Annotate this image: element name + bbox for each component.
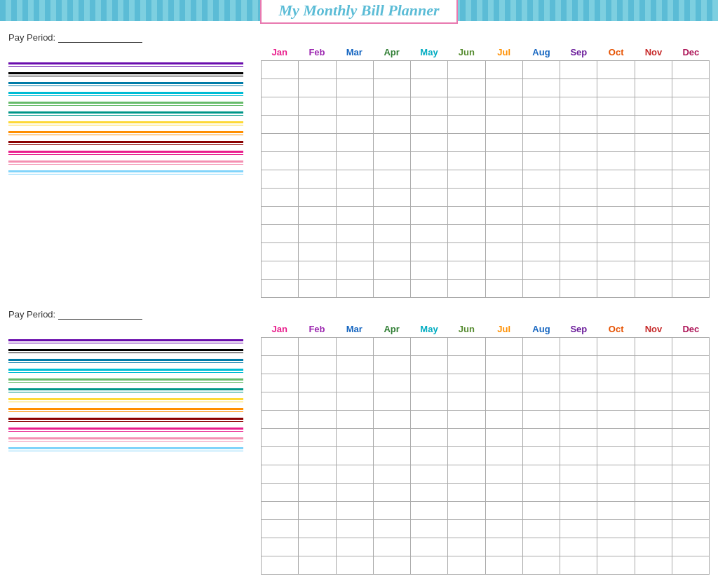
grid-cell[interactable] — [448, 502, 485, 520]
grid-cell[interactable] — [672, 170, 709, 189]
grid-cell[interactable] — [597, 170, 635, 189]
grid-cell[interactable] — [635, 225, 672, 243]
grid-cell[interactable] — [336, 79, 373, 97]
grid-cell[interactable] — [336, 243, 373, 261]
grid-cell[interactable] — [336, 538, 373, 556]
grid-cell[interactable] — [411, 392, 448, 411]
grid-cell[interactable] — [448, 411, 485, 429]
grid-cell[interactable] — [373, 261, 410, 280]
grid-cell[interactable] — [522, 116, 560, 134]
grid-cell[interactable] — [411, 116, 448, 134]
grid-cell[interactable] — [262, 338, 299, 356]
grid-cell[interactable] — [411, 465, 448, 484]
grid-cell[interactable] — [672, 465, 709, 484]
grid-cell[interactable] — [485, 520, 522, 538]
grid-cell[interactable] — [635, 170, 672, 189]
grid-cell[interactable] — [635, 447, 672, 465]
grid-cell[interactable] — [411, 261, 448, 280]
grid-cell[interactable] — [522, 502, 560, 520]
grid-cell[interactable] — [485, 189, 522, 207]
table-row[interactable] — [262, 392, 710, 411]
grid-cell[interactable] — [485, 97, 522, 116]
grid-cell[interactable] — [672, 411, 709, 429]
grid-cell[interactable] — [597, 484, 635, 502]
grid-cell[interactable] — [672, 61, 709, 79]
grid-cell[interactable] — [597, 429, 635, 447]
grid-cell[interactable] — [522, 207, 560, 225]
grid-cell[interactable] — [448, 134, 485, 152]
grid-cell[interactable] — [299, 447, 336, 465]
grid-cell[interactable] — [373, 447, 410, 465]
grid-cell[interactable] — [672, 116, 709, 134]
grid-cell[interactable] — [411, 170, 448, 189]
grid-cell[interactable] — [597, 280, 635, 298]
grid-cell[interactable] — [336, 261, 373, 280]
grid-cell[interactable] — [336, 356, 373, 374]
grid-cell[interactable] — [597, 374, 635, 392]
grid-cell[interactable] — [336, 520, 373, 538]
table-row[interactable] — [262, 429, 710, 447]
grid-cell[interactable] — [672, 520, 709, 538]
grid-cell[interactable] — [411, 152, 448, 170]
grid-cell[interactable] — [522, 465, 560, 484]
grid-cell[interactable] — [262, 97, 299, 116]
grid-cell[interactable] — [485, 134, 522, 152]
grid-cell[interactable] — [336, 429, 373, 447]
grid-cell[interactable] — [373, 356, 410, 374]
grid-cell[interactable] — [448, 484, 485, 502]
grid-cell[interactable] — [336, 134, 373, 152]
grid-cell[interactable] — [597, 338, 635, 356]
grid-cell[interactable] — [485, 484, 522, 502]
grid-cell[interactable] — [672, 97, 709, 116]
grid-cell[interactable] — [597, 152, 635, 170]
grid-cell[interactable] — [597, 502, 635, 520]
grid-cell[interactable] — [448, 116, 485, 134]
grid-cell[interactable] — [299, 225, 336, 243]
grid-cell[interactable] — [635, 61, 672, 79]
grid-cell[interactable] — [448, 189, 485, 207]
grid-cell[interactable] — [560, 61, 597, 79]
grid-cell[interactable] — [373, 465, 410, 484]
table-row[interactable] — [262, 116, 710, 134]
grid-cell[interactable] — [373, 411, 410, 429]
grid-cell[interactable] — [299, 356, 336, 374]
table-row[interactable] — [262, 502, 710, 520]
grid-cell[interactable] — [373, 170, 410, 189]
grid-cell[interactable] — [299, 538, 336, 556]
table-row[interactable] — [262, 356, 710, 374]
grid-cell[interactable] — [597, 79, 635, 97]
grid-cell[interactable] — [597, 465, 635, 484]
table-row[interactable] — [262, 79, 710, 97]
grid-cell[interactable] — [485, 225, 522, 243]
grid-cell[interactable] — [373, 225, 410, 243]
grid-cell[interactable] — [336, 207, 373, 225]
grid-cell[interactable] — [299, 465, 336, 484]
table-row[interactable] — [262, 280, 710, 298]
grid-cell[interactable] — [522, 61, 560, 79]
grid-cell[interactable] — [485, 447, 522, 465]
grid-cell[interactable] — [635, 243, 672, 261]
pay-period-2-input[interactable] — [58, 310, 142, 320]
grid-cell[interactable] — [485, 538, 522, 556]
grid-cell[interactable] — [448, 207, 485, 225]
grid-cell[interactable] — [485, 392, 522, 411]
grid-cell[interactable] — [485, 170, 522, 189]
grid-cell[interactable] — [672, 447, 709, 465]
grid-cell[interactable] — [448, 79, 485, 97]
grid-cell[interactable] — [635, 280, 672, 298]
table-row[interactable] — [262, 484, 710, 502]
grid-cell[interactable] — [635, 356, 672, 374]
grid-cell[interactable] — [336, 556, 373, 575]
table-row[interactable] — [262, 134, 710, 152]
grid-cell[interactable] — [336, 411, 373, 429]
grid-cell[interactable] — [373, 484, 410, 502]
grid-cell[interactable] — [373, 538, 410, 556]
table-row[interactable] — [262, 243, 710, 261]
grid-cell[interactable] — [373, 338, 410, 356]
grid-cell[interactable] — [299, 502, 336, 520]
grid-cell[interactable] — [299, 374, 336, 392]
grid-cell[interactable] — [373, 556, 410, 575]
grid-cell[interactable] — [597, 189, 635, 207]
grid-cell[interactable] — [635, 411, 672, 429]
grid-cell[interactable] — [448, 356, 485, 374]
